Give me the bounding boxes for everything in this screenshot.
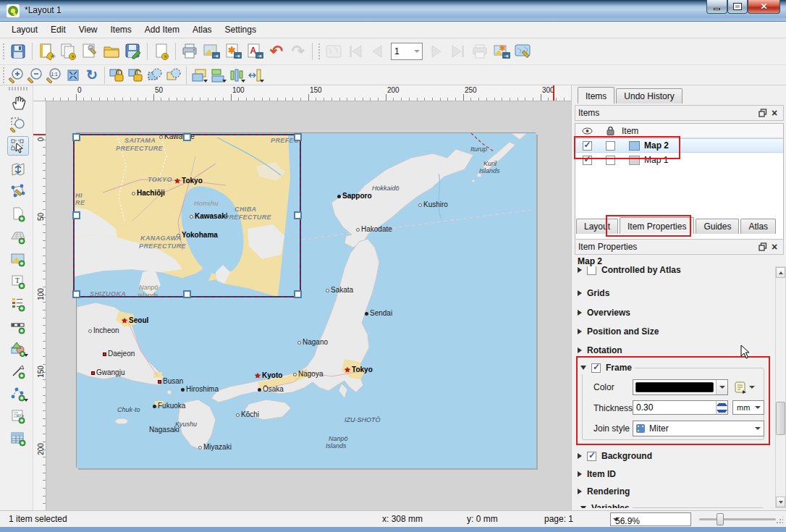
data-defined-override-button[interactable]	[734, 379, 756, 395]
select-move-item-tool-icon[interactable]	[7, 136, 29, 156]
lock-items-icon[interactable]	[108, 67, 127, 84]
print-button[interactable]	[179, 41, 200, 62]
zoom-actual-icon[interactable]: 1:1	[45, 67, 64, 84]
atlas-page-combo[interactable]	[391, 43, 423, 60]
add-attribute-table-icon[interactable]	[7, 428, 29, 448]
pan-tool-icon[interactable]	[7, 93, 29, 112]
section-rendering[interactable]: Rendering	[578, 485, 630, 498]
selection-handle-s[interactable]	[183, 290, 191, 298]
previous-feature-button[interactable]	[366, 41, 388, 62]
add-legend-icon[interactable]	[7, 294, 29, 313]
add-node-item-icon[interactable]	[7, 384, 29, 403]
edit-nodes-tool-icon[interactable]	[7, 181, 29, 200]
selection-handle-n[interactable]	[183, 133, 191, 141]
section-variables[interactable]: Variables	[578, 502, 633, 508]
resize-grip[interactable]	[776, 517, 783, 524]
first-feature-button[interactable]	[345, 41, 366, 62]
selection-handle-sw[interactable]	[72, 290, 80, 298]
section-frame[interactable]: Frame	[578, 361, 635, 374]
open-layout-button[interactable]	[101, 41, 122, 62]
float-panel-icon[interactable]	[757, 107, 769, 119]
maximize-button[interactable]	[727, 0, 748, 14]
selection-handle-w[interactable]	[72, 211, 80, 219]
selection-handle-ne[interactable]	[294, 133, 302, 141]
next-feature-button[interactable]	[426, 41, 447, 62]
layout-manager-button[interactable]	[79, 41, 101, 62]
layout-canvas[interactable]: SapporoHokkaidōKushiroIturupKurilIslands…	[46, 101, 571, 510]
raise-items-icon[interactable]	[190, 67, 208, 84]
toolbar-handle[interactable]	[1, 43, 6, 59]
save-button[interactable]	[7, 41, 29, 62]
add-page-icon[interactable]	[7, 204, 29, 224]
save-as-template-button[interactable]	[122, 41, 144, 62]
item-row-map1[interactable]: Map 1	[575, 153, 783, 167]
add-arrow-icon[interactable]	[7, 361, 29, 381]
frame-join-style-combo[interactable]: Miter	[633, 421, 764, 436]
title-bar[interactable]: *Layout 1 ✕	[0, 0, 786, 22]
toolbar-handle[interactable]	[9, 87, 28, 90]
section-overviews[interactable]: Overviews	[578, 306, 630, 319]
unlock-all-icon[interactable]	[127, 67, 145, 84]
selection-handle-e[interactable]	[294, 211, 302, 219]
frame-checkbox[interactable]	[591, 363, 601, 373]
section-controlled-by-atlas[interactable]: Controlled by Atlas	[578, 266, 681, 276]
export-as-pdf-button[interactable]: A⇥	[244, 41, 266, 62]
item-row-map2[interactable]: Map 2	[575, 138, 783, 153]
export-atlas-button[interactable]: ✱⇥	[491, 41, 512, 62]
print-atlas-button[interactable]	[469, 41, 491, 62]
tab-item-properties[interactable]: Item Properties	[620, 217, 694, 234]
menu-add-item[interactable]: Add Item	[139, 23, 185, 36]
distribute-items-icon[interactable]	[227, 67, 246, 84]
redo-button[interactable]: ↷	[287, 41, 309, 62]
last-feature-button[interactable]	[447, 41, 469, 62]
menu-items[interactable]: Items	[105, 23, 138, 36]
section-position-and-size[interactable]: Position and Size	[578, 325, 659, 338]
tab-undo-history[interactable]: Undo History	[616, 88, 682, 104]
close-panel-icon[interactable]: ×	[769, 241, 780, 253]
scrollbar-thumb[interactable]	[776, 402, 785, 435]
menu-view[interactable]: View	[73, 23, 103, 36]
tab-layout[interactable]: Layout	[576, 219, 618, 234]
atlas-settings-button[interactable]	[512, 41, 534, 62]
item-label[interactable]: Map 2	[644, 140, 669, 151]
atlas-page-input[interactable]	[392, 46, 412, 56]
close-panel-icon[interactable]: ×	[769, 107, 780, 119]
section-rotation[interactable]: Rotation	[578, 344, 622, 357]
move-content-tool-icon[interactable]	[7, 159, 29, 179]
tab-atlas[interactable]: Atlas	[740, 219, 776, 234]
add-scalebar-icon[interactable]	[7, 316, 29, 336]
close-button[interactable]: ✕	[748, 0, 780, 14]
float-panel-icon[interactable]	[757, 241, 769, 253]
zoom-out-icon[interactable]	[26, 67, 45, 84]
minimize-button[interactable]	[706, 0, 727, 14]
frame-unit-combo[interactable]: mm	[732, 400, 764, 415]
align-items-icon[interactable]	[208, 67, 227, 84]
export-as-image-button[interactable]: ⇥	[200, 41, 222, 62]
toolbar-handle[interactable]	[1, 67, 6, 83]
new-layout-button[interactable]: ✳	[35, 41, 57, 62]
resize-items-icon[interactable]	[246, 67, 265, 84]
duplicate-layout-button[interactable]: ✳	[57, 41, 79, 62]
zoom-tool-icon[interactable]	[7, 114, 29, 134]
section-item-id[interactable]: Item ID	[578, 468, 616, 481]
selection-handle-se[interactable]	[294, 290, 302, 298]
lock-checkbox[interactable]	[606, 156, 615, 165]
add-items-from-template-button[interactable]: ✳	[151, 41, 172, 62]
frame-color-dropdown[interactable]	[633, 379, 728, 395]
select-all-icon[interactable]	[145, 67, 164, 84]
visibility-checkbox[interactable]	[583, 141, 592, 151]
zoom-in-icon[interactable]	[7, 67, 26, 84]
undo-button[interactable]: ↶	[266, 41, 287, 62]
add-shape-icon[interactable]	[7, 339, 29, 358]
background-checkbox[interactable]	[587, 452, 596, 461]
menu-edit[interactable]: Edit	[45, 23, 72, 36]
map-item-map2-selected[interactable]: SAITAMAPREFECTUREKawagoePREFECTURETOKYO★…	[74, 135, 300, 297]
tab-items[interactable]: Items	[578, 87, 614, 104]
zoom-level-combo[interactable]: 56.9%	[610, 512, 691, 526]
deselect-all-icon[interactable]	[164, 67, 183, 84]
section-grids[interactable]: Grids	[578, 287, 609, 300]
visibility-checkbox[interactable]	[583, 156, 592, 165]
menu-atlas[interactable]: Atlas	[187, 23, 218, 36]
tab-guides[interactable]: Guides	[696, 219, 739, 234]
zoom-full-icon[interactable]	[64, 67, 83, 84]
